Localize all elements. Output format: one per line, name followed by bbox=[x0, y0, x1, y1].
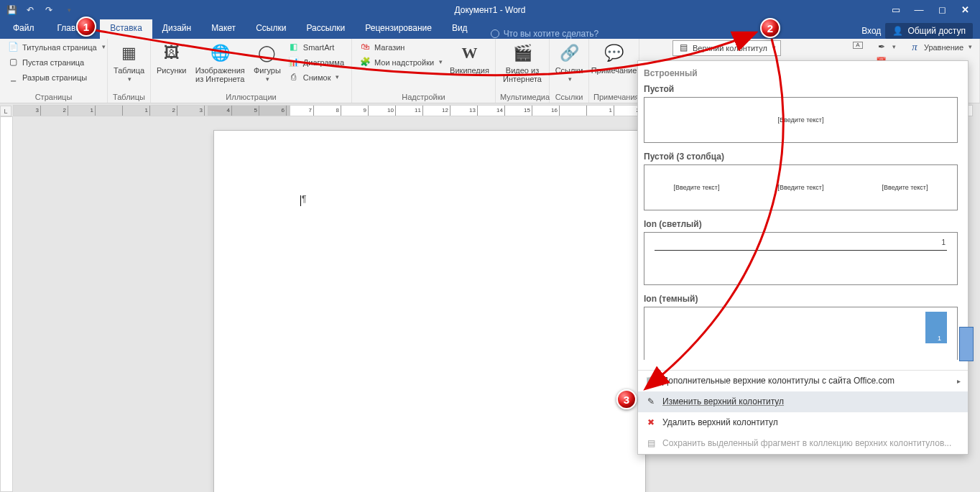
more-headers-online[interactable]: 🏢 Дополнительные верхние колонтитулы с с… bbox=[638, 371, 968, 391]
header-gallery-dropdown: Встроенный Пустой [Введите текст] Пустой… bbox=[637, 60, 969, 455]
tab-view[interactable]: Вид bbox=[442, 19, 478, 39]
sign-in-link[interactable]: Вход bbox=[861, 26, 881, 36]
links-button[interactable]: 🔗Ссылки▾ bbox=[554, 40, 585, 85]
ribbon-tabs: Файл Главная Вставка Дизайн Макет Ссылки… bbox=[0, 19, 980, 39]
store-button[interactable]: 🛍Магазин bbox=[356, 40, 445, 55]
link-icon: 🔗 bbox=[558, 42, 581, 65]
smartart-button[interactable]: ◧SmartArt bbox=[285, 40, 347, 55]
gallery-item-title: Пустой bbox=[641, 80, 961, 97]
group-pages-label: Страницы bbox=[4, 91, 103, 103]
cover-page-button[interactable]: 📄Титульная страница▾ bbox=[4, 40, 108, 55]
remove-header-item[interactable]: ✖ Удалить верхний колонтитул bbox=[638, 412, 968, 433]
edit-header-item[interactable]: ✎ Изменить верхний колонтитул bbox=[638, 391, 968, 412]
share-label: Общий доступ bbox=[907, 26, 966, 36]
office-icon: 🏢 bbox=[645, 376, 657, 386]
titlebar: 💾 ↶ ↷ ▾ Документ1 - Word ▭ — ◻ ✕ bbox=[0, 0, 980, 19]
store-icon: 🛍 bbox=[359, 42, 371, 53]
online-pictures-icon: 🌐 bbox=[208, 42, 231, 65]
header-icon: ▤ bbox=[678, 42, 689, 54]
shapes-button[interactable]: ◯Фигуры▾ bbox=[252, 40, 282, 85]
tab-insert[interactable]: Вставка bbox=[100, 19, 152, 39]
textbox-icon: A bbox=[853, 42, 863, 49]
equation-icon: π bbox=[909, 42, 920, 53]
header-button[interactable]: ▤Верхний колонтитул▾ bbox=[672, 40, 781, 56]
document-page[interactable] bbox=[214, 131, 645, 492]
gallery-item-title: Ion (светлый) bbox=[641, 215, 961, 232]
gallery-item-title: Ion (темный) bbox=[641, 289, 961, 307]
screenshot-icon: ⎙ bbox=[288, 72, 300, 83]
shapes-icon: ◯ bbox=[256, 42, 279, 65]
annotation-balloon-3: 3 bbox=[616, 389, 637, 409]
annotation-balloon-1: 1 bbox=[76, 17, 96, 37]
video-icon: 🎬 bbox=[511, 42, 534, 65]
qat-customize-icon[interactable]: ▾ bbox=[62, 6, 76, 14]
wikipedia-icon: W bbox=[458, 42, 481, 65]
tab-layout[interactable]: Макет bbox=[201, 19, 246, 39]
tell-me-search[interactable]: Что вы хотите сделать? bbox=[478, 29, 599, 39]
table-button[interactable]: ▦ Таблица▾ bbox=[112, 40, 146, 85]
save-gallery-icon: ▤ bbox=[645, 438, 657, 448]
pictures-button[interactable]: 🖼Рисунки bbox=[155, 40, 188, 76]
tell-me-placeholder: Что вы хотите сделать? bbox=[504, 29, 599, 39]
textbox-gallery-button[interactable]: A bbox=[850, 40, 866, 50]
group-illustrations-label: Иллюстрации bbox=[155, 91, 347, 103]
chart-icon: 📊 bbox=[288, 57, 300, 68]
close-icon[interactable]: ✕ bbox=[954, 4, 976, 15]
share-icon: 👤 bbox=[892, 26, 903, 36]
wikipedia-button[interactable]: WВикипедия bbox=[448, 40, 491, 76]
screenshot-button[interactable]: ⎙Снимок▾ bbox=[285, 70, 347, 85]
annotation-balloon-2: 2 bbox=[760, 18, 780, 38]
addins-icon: 🧩 bbox=[359, 57, 371, 68]
edit-icon: ✎ bbox=[645, 396, 657, 407]
lightbulb-icon bbox=[491, 29, 499, 38]
gallery-category-label: Встроенный bbox=[641, 64, 961, 80]
page-break-icon: ⎯ bbox=[7, 72, 19, 83]
group-links-label: Ссылки bbox=[554, 91, 584, 103]
signature-icon: ✒ bbox=[876, 42, 887, 53]
online-pictures-button[interactable]: 🌐Изображения из Интернета bbox=[191, 40, 249, 85]
group-tables-label: Таблицы bbox=[112, 91, 146, 103]
chart-button[interactable]: 📊Диаграмма bbox=[285, 55, 347, 70]
page-break-button[interactable]: ⎯Разрыв страницы bbox=[4, 70, 108, 85]
gallery-item-title: Пустой (3 столбца) bbox=[641, 147, 961, 164]
equation-button[interactable]: πУравнение▾ bbox=[906, 40, 975, 55]
tab-selector[interactable]: L bbox=[0, 106, 11, 116]
tab-mailings[interactable]: Рассылки bbox=[296, 19, 355, 39]
gallery-scrollbar-thumb[interactable] bbox=[959, 327, 974, 361]
group-comments-label: Примечания bbox=[593, 91, 634, 103]
group-media-label: Мультимедиа bbox=[500, 91, 545, 103]
online-video-button[interactable]: 🎬Видео из Интернета bbox=[500, 40, 545, 85]
tab-design[interactable]: Дизайн bbox=[152, 19, 201, 39]
ruler-vertical[interactable] bbox=[0, 116, 13, 492]
blank-page-icon: ▢ bbox=[7, 57, 19, 68]
undo-icon[interactable]: ↶ bbox=[23, 5, 37, 15]
ribbon-display-icon[interactable]: ▭ bbox=[885, 4, 907, 15]
pictures-icon: 🖼 bbox=[160, 42, 183, 65]
gallery-item-blank[interactable]: [Введите текст] bbox=[644, 97, 958, 143]
table-icon: ▦ bbox=[118, 42, 141, 65]
blank-page-button[interactable]: ▢Пустая страница bbox=[4, 55, 108, 70]
text-cursor bbox=[300, 195, 301, 206]
save-icon[interactable]: 💾 bbox=[4, 5, 19, 15]
group-addins-label: Надстройки bbox=[356, 91, 491, 103]
gallery-item-ion-light[interactable]: 1 bbox=[644, 232, 958, 285]
comment-button[interactable]: 💬Примечание bbox=[590, 40, 639, 76]
maximize-icon[interactable]: ◻ bbox=[931, 4, 953, 15]
share-button[interactable]: 👤 Общий доступ bbox=[885, 23, 973, 39]
chevron-right-icon: ▸ bbox=[957, 377, 961, 385]
tab-review[interactable]: Рецензирование bbox=[355, 19, 442, 39]
remove-icon: ✖ bbox=[645, 417, 657, 427]
cover-page-icon: 📄 bbox=[7, 42, 19, 53]
gallery-item-ion-dark[interactable]: 1 bbox=[644, 307, 958, 360]
tab-file[interactable]: Файл bbox=[0, 19, 47, 39]
my-addins-button[interactable]: 🧩Мои надстройки▾ bbox=[356, 55, 445, 70]
document-title: Документ1 - Word bbox=[454, 5, 525, 15]
gallery-item-blank-3col[interactable]: [Введите текст] [Введите текст] [Введите… bbox=[644, 164, 958, 210]
minimize-icon[interactable]: — bbox=[908, 4, 930, 15]
smartart-icon: ◧ bbox=[288, 42, 300, 53]
signature-line-button[interactable]: ✒▾ bbox=[873, 40, 899, 55]
comment-icon: 💬 bbox=[603, 42, 626, 65]
tab-references[interactable]: Ссылки bbox=[246, 19, 296, 39]
redo-icon[interactable]: ↷ bbox=[42, 5, 56, 15]
save-selection-item: ▤ Сохранить выделенный фрагмент в коллек… bbox=[638, 433, 968, 454]
